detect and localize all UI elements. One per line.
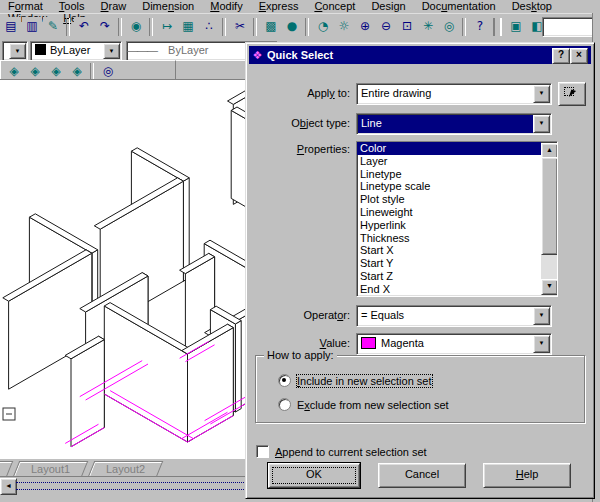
apply-to-combo[interactable]: Entire drawing ▼ (356, 83, 552, 105)
application-window: FormatToolsDrawDimensionModifyExpressCon… (0, 0, 600, 502)
radio-unselected-icon[interactable] (278, 398, 291, 411)
close-icon[interactable]: × (570, 48, 588, 64)
list-item[interactable]: Lineweight (357, 206, 541, 219)
chevron-down-icon[interactable]: ▼ (533, 115, 550, 133)
point-xyz-icon[interactable]: ∴ (199, 17, 219, 37)
apply-to-label: Apply to: (250, 83, 350, 103)
append-checkbox-label[interactable]: Append to current selection set (275, 446, 427, 458)
menu-item-dimension[interactable]: Dimension (134, 0, 202, 12)
menu-item-concept[interactable]: Concept (306, 0, 363, 12)
list-item[interactable]: Hyperlink (357, 219, 541, 232)
list-item[interactable]: Start X (357, 244, 541, 257)
color-combo-value: ByLayer (50, 44, 90, 56)
donut-icon[interactable]: ◎ (439, 17, 459, 37)
redo-icon[interactable]: ↷ (95, 17, 115, 37)
append-checkbox-row[interactable]: Append to current selection set (256, 445, 427, 459)
viewport-single-icon[interactable]: ▣ (506, 17, 526, 37)
linetype-combo-value: ByLayer (168, 44, 208, 56)
menu-item-express[interactable]: Express (251, 0, 307, 12)
menu-item-draw[interactable]: Draw (93, 0, 135, 12)
dialog-help-button[interactable]: ? (552, 48, 570, 64)
menu-item-format[interactable]: Format (0, 0, 51, 12)
zoom-realtime-icon[interactable]: ⊕ (355, 17, 375, 37)
dialog-title-bar[interactable]: ❖ Quick Select ? × (249, 46, 591, 64)
magenta-swatch (361, 337, 376, 349)
how-to-apply-group: How to apply: Include in new selection s… (255, 355, 585, 423)
list-item[interactable]: Start Z (357, 270, 541, 283)
cancel-button[interactable]: Cancel (378, 463, 466, 488)
undo-icon[interactable]: ↶ (74, 17, 94, 37)
named-views-icon[interactable]: ◔ (313, 17, 333, 37)
insert-block-icon[interactable]: ◉ (126, 17, 146, 37)
scroll-down-icon[interactable]: ▼ (541, 279, 558, 295)
block-icon[interactable]: ▦ (178, 17, 198, 37)
quick-select-icon: ❖ (251, 47, 264, 65)
trim-icon[interactable]: ✂ (230, 17, 250, 37)
scroll-left-icon[interactable]: ◄ (0, 478, 17, 495)
sphere-3d-icon[interactable]: ● (282, 17, 302, 37)
exclude-radio-row[interactable]: Exclude from new selection set (278, 398, 449, 412)
list-item[interactable]: Start Y (357, 257, 541, 270)
zoom-previous-icon[interactable]: ⊖ (376, 17, 396, 37)
scrollbar-thumb[interactable] (541, 157, 558, 255)
menu-item-design[interactable]: Design (363, 0, 413, 12)
toolbar-separator (462, 18, 466, 36)
help-icon[interactable]: ? (470, 17, 490, 37)
toolbar-separator (305, 18, 309, 36)
menu-item-documentation[interactable]: Documentation (414, 0, 504, 12)
match-properties-icon[interactable]: ✎ (43, 17, 63, 37)
properties-list[interactable]: ColorLayerLinetypeLinetype scalePlot sty… (356, 141, 558, 297)
chevron-down-icon[interactable]: ▼ (533, 85, 550, 103)
toolbar-separator (222, 18, 226, 36)
toolbar-separator (118, 18, 122, 36)
hatch-icon[interactable]: ▩ (261, 17, 281, 37)
value-combo[interactable]: Magenta ▼ (356, 333, 552, 355)
tab-layout2[interactable]: Layout2 (88, 461, 164, 477)
apply-to-value: Entire drawing (361, 87, 431, 99)
toolbar-separator (253, 18, 257, 36)
select-objects-button[interactable] (558, 82, 586, 106)
exclude-radio-label[interactable]: Exclude from new selection set (297, 399, 449, 411)
list-item[interactable]: End X (357, 283, 541, 296)
chevron-down-icon[interactable]: ▼ (103, 43, 120, 59)
list-item[interactable]: Color (357, 142, 541, 155)
dim-leader-icon[interactable]: ↦ (157, 17, 177, 37)
list-item[interactable]: Linetype (357, 168, 541, 181)
include-radio-row[interactable]: Include in new selection set (278, 374, 432, 388)
list-item[interactable]: Linetype scale (357, 180, 541, 193)
object-type-combo[interactable]: Line ▼ (356, 113, 552, 135)
explode-icon[interactable]: ✳ (418, 17, 438, 37)
copy-clip-icon[interactable]: ▤ (1, 17, 21, 37)
tab-layout1[interactable]: Layout1 (13, 461, 89, 477)
chevron-down-icon[interactable]: ▼ (9, 43, 26, 59)
list-item[interactable]: Plot style (357, 193, 541, 206)
menu-item-tools[interactable]: Tools (51, 0, 93, 12)
toolbar-separator (493, 18, 502, 36)
toolbar-separator (149, 18, 153, 36)
operator-combo[interactable]: = Equals ▼ (356, 305, 552, 327)
ok-button[interactable]: OK (268, 463, 360, 488)
radio-selected-icon[interactable] (278, 374, 291, 387)
cursor-arrow-icon (569, 89, 576, 98)
menu-bar: FormatToolsDrawDimensionModifyExpressCon… (0, 0, 600, 13)
operator-value: = Equals (361, 309, 404, 321)
dialog-title: Quick Select (267, 49, 333, 61)
help-button[interactable]: Help (483, 463, 571, 488)
color-combo[interactable]: ByLayer ▼ (30, 41, 122, 61)
operator-label: Operator: (250, 305, 350, 325)
menu-item-modify[interactable]: Modify (202, 0, 250, 12)
properties-list-scrollbar[interactable]: ▲ ▼ (541, 143, 556, 295)
object-type-value: Line (361, 117, 382, 129)
render-icon[interactable]: ☼ (334, 17, 354, 37)
copy-stamp-icon[interactable]: ▥ (22, 17, 42, 37)
chevron-down-icon[interactable]: ▼ (533, 307, 550, 325)
menu-item-desktop[interactable]: Desktop (504, 0, 560, 12)
layer-combo-partial[interactable]: ▼ (2, 41, 28, 61)
zoom-window-icon[interactable]: ⊡ (397, 17, 417, 37)
checkbox-unchecked-icon[interactable] (256, 445, 269, 458)
list-item[interactable]: Layer (357, 155, 541, 168)
chevron-down-icon[interactable]: ▼ (533, 335, 550, 353)
include-radio-label[interactable]: Include in new selection set (297, 375, 432, 387)
properties-label: Properties: (250, 139, 350, 159)
list-item[interactable]: Thickness (357, 232, 541, 245)
